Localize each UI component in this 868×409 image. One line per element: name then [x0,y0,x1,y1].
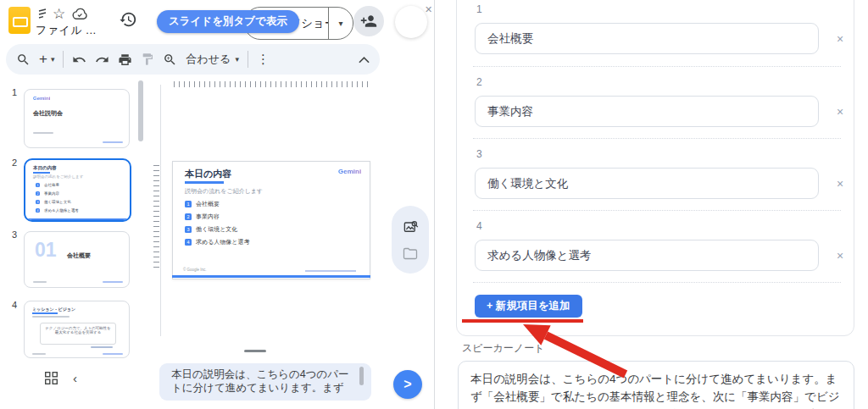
slide-title[interactable]: 本日の内容 [185,168,231,180]
slide-bottom-accent [172,275,370,278]
remove-item-icon[interactable]: × [832,31,848,47]
fit-zoom-select[interactable]: 合わせる ▾ [186,52,238,67]
add-icon[interactable]: + [39,51,47,68]
toolbar-divider [63,51,64,68]
remove-item-icon[interactable]: × [832,104,848,119]
fit-zoom-label: 合わせる [186,52,231,67]
item-label: 働く環境と文化 [196,225,237,234]
thumb-underline [32,312,58,314]
add-new-item-button[interactable]: + 新規項目を追加 [475,295,582,318]
paint-format-icon[interactable] [141,53,154,66]
item-label: 会社概要 [196,200,220,208]
cloud-status-icon[interactable] [71,7,88,19]
field-index: 1 [476,3,482,15]
collapse-filmstrip-icon[interactable]: ‹ [73,371,77,385]
side-tools-pill [392,206,429,274]
doc-title-glyph [37,8,47,20]
filmstrip-scrollbar[interactable] [138,80,143,141]
item-number-badge: 4 [185,239,192,246]
slide-thumbnail-3[interactable]: 01 会社概要 [24,231,130,288]
panel-divider [434,0,435,409]
thumb-big-number: 01 [35,239,57,262]
slide-number: 2 [12,158,17,168]
slide-number: 3 [12,229,17,240]
undo-icon[interactable] [72,53,86,67]
image-search-icon[interactable] [403,219,419,235]
dotted-separator [473,210,841,211]
slide-subtitle[interactable]: 説明会の流れをご紹介します [185,187,263,196]
slide-title-underline [185,181,224,184]
dotted-separator [473,282,841,283]
thumb-title: ミッション・ビジョン [32,307,75,312]
thumb-bottom-bar [25,218,131,220]
gemini-logo: Gemini [33,96,50,101]
cursor-x-icon: ✕ [425,4,432,15]
zoom-icon[interactable] [163,53,177,67]
slideshow-dropdown-icon[interactable]: ▾ [329,19,353,28]
remove-item-icon[interactable]: × [832,176,848,191]
menu-bar[interactable]: ファイル ... [36,23,97,38]
fit-dropdown-icon: ▾ [235,55,239,64]
collapse-toolbar-icon[interactable] [359,56,370,64]
redo-icon[interactable] [95,53,109,67]
slide-list-item[interactable]: 1 会社概要 [185,200,220,208]
item-number-badge: 1 [185,201,192,207]
thumb-quote-box: テクノロジーの力で、人々の可能性を最大化する社会を実現する [40,323,116,345]
thumb-title: 会社説明会 [33,109,63,118]
slide-number: 4 [12,300,17,310]
dotted-separator [473,138,841,139]
thumb-subtitle-bar [32,316,70,318]
agenda-item-input-2[interactable] [475,96,819,127]
slide-thumbnail-1[interactable]: Gemini 会社説明会 [24,89,130,148]
slide-thumbnail-2-selected[interactable]: 本日の内容 説明会の流れをご紹介します 1会社概要 2事業内容 3働く環境と文化… [24,158,131,222]
thumb-subtitle: 説明会の流れをご紹介します [33,174,83,179]
speaker-notes-preview[interactable]: 本日の説明会は、こちらの4つのパートに分けて進めてまいります。まず [159,363,371,401]
more-options-icon[interactable]: ⋮ [257,52,270,67]
thumb-title: 会社概要 [67,251,91,260]
item-label: 事業内容 [196,213,220,221]
canvas-border [160,85,161,336]
toolbar-divider [248,51,248,68]
agenda-item-input-4[interactable] [475,240,819,271]
slide-list-item[interactable]: 3 働く環境と文化 [185,225,237,234]
item-number-badge: 2 [185,213,192,220]
slide-list-item[interactable]: 4 求める人物像と選考 [185,238,250,246]
print-icon[interactable] [118,53,132,67]
notes-preview-scrollbar[interactable] [359,367,364,385]
thumb-footer-bar [103,353,123,355]
speaker-notes-label: スピーカーノート [462,341,544,356]
horizontal-ruler [174,81,370,87]
field-index: 2 [476,76,482,88]
thumb-footer-bar [32,353,46,355]
send-button[interactable]: > [393,370,422,399]
thumb-footer-bar [33,281,47,283]
slide-footer-bar [305,270,356,272]
version-history-icon[interactable] [119,10,137,29]
speaker-notes-textarea[interactable]: 本日の説明会は、こちらの4つのパートに分けて進めてまいります。まず「会社概要」で… [458,361,854,409]
notes-splitter-handle[interactable] [244,350,266,352]
open-in-new-tab-tooltip: スライドを別タブで表示 [157,10,299,33]
dotted-separator [473,66,841,67]
thumb-attribution-bar [91,346,113,348]
agenda-item-input-1[interactable] [475,23,819,54]
item-label: 求める人物像と選考 [196,238,250,246]
agenda-item-input-3[interactable] [475,168,819,199]
thumb-underline [33,172,50,174]
slide-list-item[interactable]: 2 事業内容 [185,213,220,221]
grid-view-icon[interactable] [44,371,58,385]
add-dropdown-icon[interactable]: ▾ [51,55,55,64]
search-icon[interactable] [16,53,31,67]
folder-icon[interactable] [403,247,418,260]
thumb-footer-bar [103,281,123,283]
slides-app-icon[interactable] [8,7,31,34]
share-button[interactable] [353,6,384,36]
thumb-footer-bar [103,141,123,143]
account-avatar[interactable] [395,6,427,38]
star-icon[interactable]: ☆ [53,5,65,23]
thumb-title: 本日の内容 [33,165,57,171]
field-index: 3 [476,148,482,160]
remove-item-icon[interactable]: × [832,248,848,263]
thumb-date-bar [33,132,53,134]
slide-thumbnail-4[interactable]: ミッション・ビジョン テクノロジーの力で、人々の可能性を最大化する社会を実現する [24,301,130,358]
vertical-ruler [153,165,159,270]
